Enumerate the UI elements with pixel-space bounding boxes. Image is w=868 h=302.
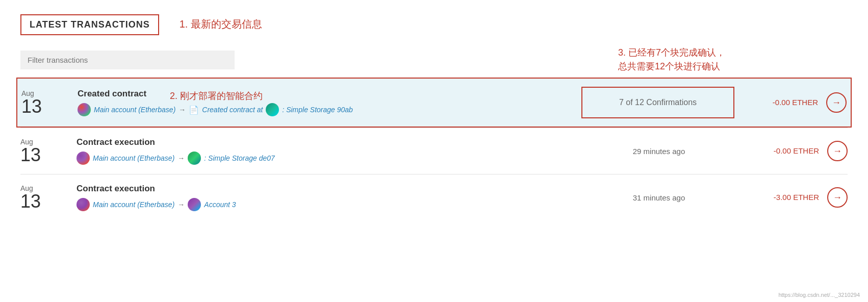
avatar-contract — [266, 103, 279, 116]
date-col: Aug 13 — [20, 138, 66, 164]
annotation-1: 1. 最新的交易信息 — [180, 17, 262, 31]
right-col-confirmations: 7 of 12 Confirmations — [571, 87, 745, 118]
annotation-3-line1: 3. 已经有7个块完成确认， — [618, 46, 725, 60]
detail-arrow-button[interactable]: → — [827, 141, 848, 161]
from-account-link[interactable]: Main account (Etherbase) — [93, 200, 174, 209]
confirmations-text: 7 of 12 Confirmations — [619, 98, 697, 107]
filter-section — [0, 45, 868, 78]
date-day: 13 — [20, 191, 41, 212]
date-col: Aug 13 — [20, 184, 66, 211]
account3-link[interactable]: Account 3 — [204, 200, 236, 209]
arrow-right-icon: → — [177, 200, 185, 209]
annotation-3: 3. 已经有7个块完成确认， 总共需要12个块进行确认 — [618, 46, 725, 73]
tx-title: Created contract — [78, 89, 146, 99]
arrow-right-icon: → — [178, 106, 186, 114]
info-col: Created contract 2. 刚才部署的智能合约 Main accou… — [67, 89, 571, 116]
date-day: 13 — [20, 144, 41, 165]
confirmations-box: 7 of 12 Confirmations — [581, 87, 734, 118]
page-title: LATEST TRANSACTIONS — [30, 19, 150, 30]
amount-value: -3.00 ETHER — [774, 193, 819, 202]
table-row: Aug 13 Contract execution Main account (… — [20, 128, 848, 174]
date-col: Aug 13 — [21, 89, 67, 116]
tx-detail: Main account (Etherbase) → : Simple Stor… — [76, 152, 572, 165]
amount-col: -0.00 ETHER — [745, 98, 826, 107]
detail-arrow-button[interactable]: → — [827, 187, 848, 208]
amount-col: -3.00 ETHER — [746, 193, 827, 202]
annotation-3-line2: 总共需要12个块进行确认 — [618, 60, 725, 73]
avatar-account3 — [188, 198, 201, 211]
annotation-2: 2. 刚才部署的智能合约 — [170, 90, 263, 102]
filter-input[interactable] — [20, 51, 235, 69]
arrow-right-icon: → — [177, 154, 185, 162]
contract-name-link[interactable]: : Simple Storage 90ab — [282, 106, 353, 114]
time-ago: 29 minutes ago — [633, 147, 685, 156]
tx-detail: Main account (Etherbase) → Account 3 — [76, 198, 572, 211]
contract-name-link[interactable]: : Simple Storage de07 — [204, 154, 275, 162]
date-day: 13 — [21, 96, 42, 117]
from-account-link[interactable]: Main account (Etherbase) — [93, 154, 174, 162]
time-ago: 31 minutes ago — [633, 193, 685, 202]
document-icon: 📄 — [189, 105, 199, 115]
tx-title: Contract execution — [76, 184, 572, 194]
info-col: Contract execution Main account (Etherba… — [66, 184, 572, 211]
avatar-main-account — [76, 198, 90, 211]
avatar-main-account — [78, 103, 91, 116]
amount-value: -0.00 ETHER — [773, 98, 818, 107]
right-col-time: 31 minutes ago — [572, 193, 746, 202]
amount-col: -0.00 ETHER — [746, 146, 827, 156]
bottom-url: https://blog.csdn.net/..._3210294 — [778, 292, 860, 298]
table-row: Aug 13 Contract execution Main account (… — [20, 174, 848, 220]
info-col: Contract execution Main account (Etherba… — [66, 137, 572, 165]
avatar-main-account — [76, 152, 90, 165]
avatar-de07 — [188, 152, 201, 165]
from-account-link[interactable]: Main account (Etherbase) — [94, 106, 175, 114]
latest-transactions-title-box: LATEST TRANSACTIONS — [20, 14, 159, 35]
tx-detail: Main account (Etherbase) → 📄 Created con… — [78, 103, 571, 116]
transactions-list: Aug 13 Created contract 2. 刚才部署的智能合约 Mai… — [0, 78, 868, 220]
table-row: Aug 13 Created contract 2. 刚才部署的智能合约 Mai… — [16, 78, 852, 128]
contract-at-label: Created contract at — [202, 106, 263, 114]
amount-value: -0.00 ETHER — [774, 146, 819, 155]
detail-arrow-button[interactable]: → — [826, 92, 847, 113]
tx-title: Contract execution — [76, 137, 572, 147]
right-col-time: 29 minutes ago — [572, 147, 746, 156]
